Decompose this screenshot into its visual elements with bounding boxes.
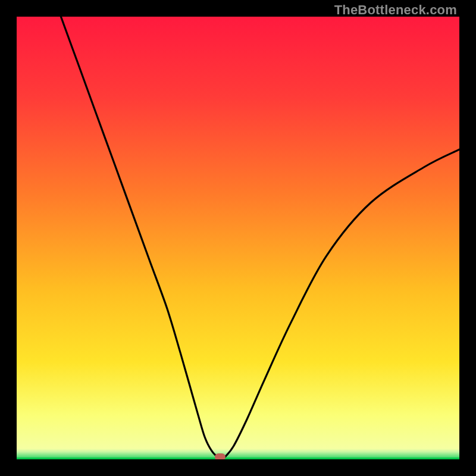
watermark-text: TheBottleneck.com <box>334 2 457 18</box>
curve-svg <box>17 17 459 459</box>
plot-area <box>17 17 459 459</box>
bottleneck-curve <box>61 17 459 458</box>
minimum-marker <box>215 453 226 459</box>
